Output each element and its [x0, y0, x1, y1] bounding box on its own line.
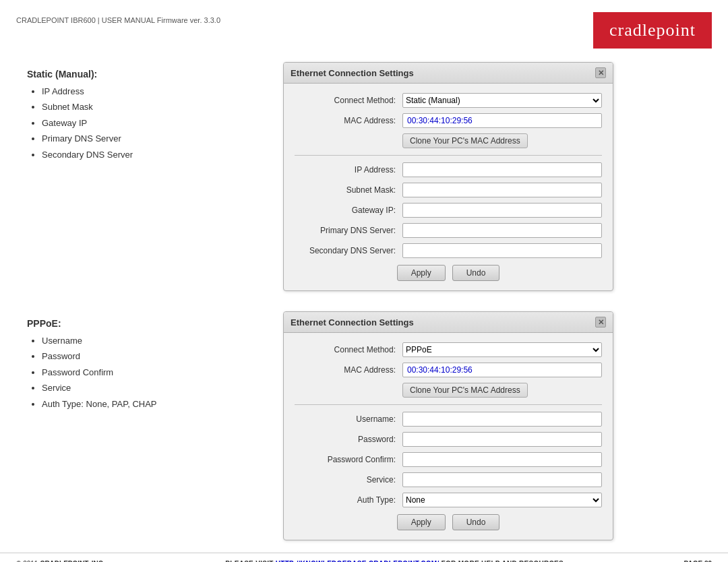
password-field[interactable]: [402, 432, 602, 447]
connect-method-select[interactable]: Static (Manual): [402, 93, 602, 108]
ip-address-field[interactable]: [402, 162, 602, 177]
dialog-title-pppoe: Ethernet Connection Settings: [291, 317, 414, 327]
gateway-ip-field[interactable]: [402, 203, 602, 218]
subnet-mask-field[interactable]: [402, 183, 602, 197]
section-title-pppoe: PPPoE:: [27, 318, 256, 329]
ip-address-label: IP Address:: [295, 165, 402, 175]
connect-method-row-pppoe: Connect Method: PPPoE: [295, 342, 602, 357]
section-left-pppoe: PPPoE: Username Password Password Confir…: [27, 311, 256, 412]
undo-button-static[interactable]: Undo: [452, 265, 500, 281]
list-item: Password: [42, 348, 256, 364]
apply-button-static[interactable]: Apply: [397, 265, 446, 281]
section-title-static: Static (Manual):: [27, 69, 256, 80]
username-label: Username:: [295, 414, 402, 424]
password-label: Password:: [295, 435, 402, 444]
password-confirm-input[interactable]: [402, 452, 602, 467]
section-pppoe: PPPoE: Username Password Password Confir…: [27, 311, 701, 540]
username-field[interactable]: [402, 412, 602, 427]
ip-address-row: IP Address:: [295, 162, 602, 177]
dialog-footer-static: Apply Undo: [295, 265, 602, 281]
list-item: Subnet Mask: [42, 99, 256, 115]
password-confirm-row: Password Confirm:: [295, 452, 602, 467]
dialog-body-pppoe: Connect Method: PPPoE MAC Address: 00:30…: [284, 333, 613, 540]
dialog-body-static: Connect Method: Static (Manual) MAC Addr…: [284, 84, 613, 290]
password-confirm-field[interactable]: [402, 452, 602, 467]
ip-address-input[interactable]: [402, 162, 602, 177]
dialog-close-button-static[interactable]: ✕: [595, 67, 606, 78]
mac-address-value: 00:30:44:10:29:56: [402, 113, 602, 128]
service-row: Service:: [295, 472, 602, 487]
list-item: Gateway IP: [42, 115, 256, 131]
service-field[interactable]: [402, 472, 602, 487]
auth-type-select[interactable]: None PAP CHAP: [402, 493, 602, 507]
primary-dns-field[interactable]: [402, 223, 602, 238]
header: CRADLEPOINT IBR600 | USER MANUAL Firmwar…: [0, 0, 728, 49]
connect-method-select-pppoe[interactable]: PPPoE: [402, 342, 602, 357]
password-confirm-label: Password Confirm:: [295, 455, 402, 464]
dialog-close-button-pppoe[interactable]: ✕: [595, 317, 606, 327]
section-static-manual: Static (Manual): IP Address Subnet Mask …: [27, 62, 701, 291]
clone-btn-row: Clone Your PC's MAC Address: [295, 133, 602, 148]
secondary-dns-label: Secondary DNS Server:: [295, 246, 402, 255]
section-right-static: Ethernet Connection Settings ✕ Connect M…: [283, 62, 701, 291]
logo-container: cradlepoint: [593, 12, 712, 49]
service-input[interactable]: [402, 472, 602, 487]
doc-title: CRADLEPOINT IBR600 | USER MANUAL Firmwar…: [16, 16, 220, 24]
clone-mac-button[interactable]: Clone Your PC's MAC Address: [402, 133, 528, 148]
username-input[interactable]: [402, 412, 602, 427]
connect-method-field[interactable]: Static (Manual): [402, 93, 602, 108]
connect-method-field-pppoe[interactable]: PPPoE: [402, 342, 602, 357]
connect-method-label: Connect Method:: [295, 96, 402, 105]
clone-mac-button-pppoe[interactable]: Clone Your PC's MAC Address: [402, 383, 528, 398]
auth-type-row: Auth Type: None PAP CHAP: [295, 493, 602, 507]
list-item: Auth Type: None, PAP, CHAP: [42, 396, 256, 412]
dialog-static: Ethernet Connection Settings ✕ Connect M…: [283, 62, 613, 291]
primary-dns-input[interactable]: [402, 223, 602, 238]
main-content: Static (Manual): IP Address Subnet Mask …: [0, 49, 728, 562]
clone-btn-row-pppoe: Clone Your PC's MAC Address: [295, 383, 602, 398]
mac-address-value-pppoe: 00:30:44:10:29:56: [402, 363, 602, 377]
list-item: IP Address: [42, 84, 256, 99]
connect-method-row: Connect Method: Static (Manual): [295, 93, 602, 108]
secondary-dns-row: Secondary DNS Server:: [295, 243, 602, 258]
mac-address-field-pppoe: 00:30:44:10:29:56: [402, 363, 602, 377]
gateway-ip-label: Gateway IP:: [295, 206, 402, 215]
mac-address-label: MAC Address:: [295, 116, 402, 125]
password-input[interactable]: [402, 432, 602, 447]
subnet-mask-label: Subnet Mask:: [295, 185, 402, 195]
secondary-dns-input[interactable]: [402, 243, 602, 258]
list-item: Password Confirm: [42, 365, 256, 380]
auth-type-field[interactable]: None PAP CHAP: [402, 493, 602, 507]
primary-dns-row: Primary DNS Server:: [295, 223, 602, 238]
connect-method-label-pppoe: Connect Method:: [295, 345, 402, 354]
subnet-mask-row: Subnet Mask:: [295, 183, 602, 197]
username-row: Username:: [295, 412, 602, 427]
list-item: Service: [42, 380, 256, 396]
separator: [295, 155, 602, 156]
undo-button-pppoe[interactable]: Undo: [452, 514, 500, 530]
mac-address-row: MAC Address: 00:30:44:10:29:56: [295, 113, 602, 128]
primary-dns-label: Primary DNS Server:: [295, 226, 402, 235]
auth-type-label: Auth Type:: [295, 495, 402, 505]
service-label: Service:: [295, 475, 402, 485]
logo-text: cradlepoint: [609, 20, 696, 40]
apply-button-pppoe[interactable]: Apply: [397, 514, 446, 530]
gateway-ip-input[interactable]: [402, 203, 602, 218]
mac-address-field: 00:30:44:10:29:56: [402, 113, 602, 128]
mac-address-label-pppoe: MAC Address:: [295, 365, 402, 375]
dialog-title-bar-static: Ethernet Connection Settings ✕: [284, 63, 613, 84]
section-bullets-static: IP Address Subnet Mask Gateway IP Primar…: [27, 84, 256, 162]
gateway-ip-row: Gateway IP:: [295, 203, 602, 218]
dialog-title-static: Ethernet Connection Settings: [291, 68, 414, 78]
list-item: Secondary DNS Server: [42, 147, 256, 162]
dialog-pppoe: Ethernet Connection Settings ✕ Connect M…: [283, 311, 613, 540]
section-right-pppoe: Ethernet Connection Settings ✕ Connect M…: [283, 311, 701, 540]
section-left-static: Static (Manual): IP Address Subnet Mask …: [27, 62, 256, 162]
dialog-title-bar-pppoe: Ethernet Connection Settings ✕: [284, 312, 613, 333]
subnet-mask-input[interactable]: [402, 183, 602, 197]
list-item: Username: [42, 333, 256, 348]
section-bullets-pppoe: Username Password Password Confirm Servi…: [27, 333, 256, 412]
password-row: Password:: [295, 432, 602, 447]
secondary-dns-field[interactable]: [402, 243, 602, 258]
separator-pppoe: [295, 404, 602, 405]
